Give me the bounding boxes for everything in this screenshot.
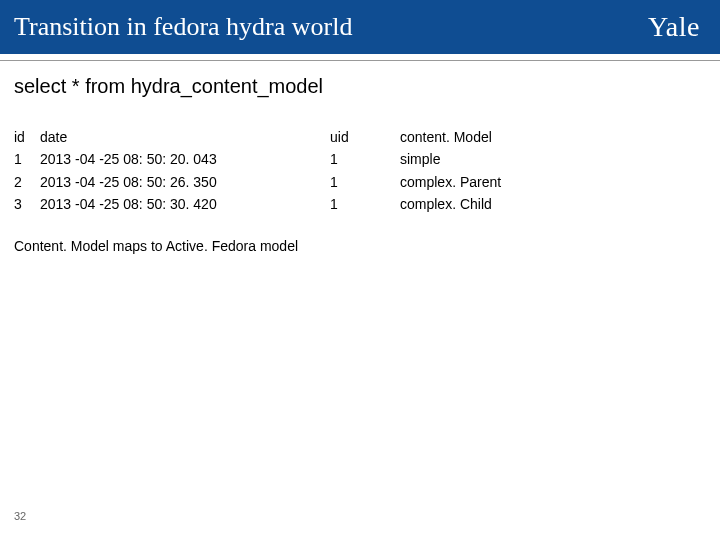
slide-header: Transition in fedora hydra world Yale [0, 0, 720, 54]
page-number: 32 [14, 510, 26, 522]
table-cell: 2013 -04 -25 08: 50: 30. 420 [40, 193, 330, 215]
sql-query: select * from hydra_content_model [14, 75, 706, 98]
column-header-id: id [14, 126, 40, 148]
yale-logo: Yale [648, 11, 700, 43]
column-header-date: date [40, 126, 330, 148]
table-cell: 1 [14, 148, 40, 170]
column-uid: uid 1 1 1 [330, 126, 400, 216]
table-cell: 1 [330, 193, 400, 215]
column-header-uid: uid [330, 126, 400, 148]
mapping-note: Content. Model maps to Active. Fedora mo… [14, 238, 706, 254]
table-cell: complex. Child [400, 193, 706, 215]
column-header-content: content. Model [400, 126, 706, 148]
table-cell: 1 [330, 148, 400, 170]
table-cell: simple [400, 148, 706, 170]
column-date: date 2013 -04 -25 08: 50: 20. 043 2013 -… [40, 126, 330, 216]
table-cell: complex. Parent [400, 171, 706, 193]
column-content-model: content. Model simple complex. Parent co… [400, 126, 706, 216]
table-cell: 2013 -04 -25 08: 50: 20. 043 [40, 148, 330, 170]
slide-body: select * from hydra_content_model id 1 2… [0, 61, 720, 254]
column-id: id 1 2 3 [14, 126, 40, 216]
table-cell: 2013 -04 -25 08: 50: 26. 350 [40, 171, 330, 193]
result-table: id 1 2 3 date 2013 -04 -25 08: 50: 20. 0… [14, 126, 706, 216]
slide-title: Transition in fedora hydra world [14, 12, 352, 42]
table-cell: 2 [14, 171, 40, 193]
table-cell: 1 [330, 171, 400, 193]
table-cell: 3 [14, 193, 40, 215]
